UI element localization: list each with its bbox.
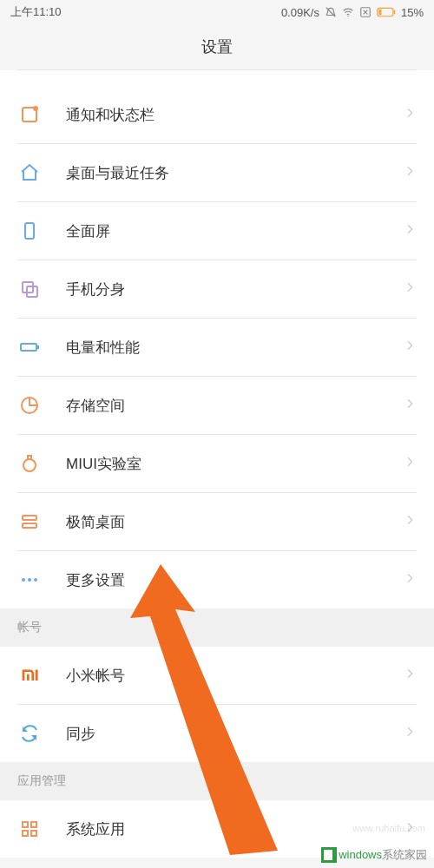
wifi-icon: [342, 6, 354, 18]
duplicate-icon: [17, 277, 42, 301]
row-storage[interactable]: 存储空间: [0, 377, 434, 434]
row-label: 电量和性能: [66, 338, 403, 358]
row-miui-lab[interactable]: MIUI实验室: [0, 435, 434, 492]
svg-rect-22: [23, 831, 28, 836]
row-more-settings[interactable]: 更多设置: [0, 551, 434, 608]
svg-point-13: [23, 459, 36, 471]
mute-icon: [325, 6, 337, 18]
chevron-right-icon: [403, 397, 417, 414]
chevron-right-icon: [403, 455, 417, 472]
row-notification-statusbar[interactable]: 通知和状态栏: [0, 86, 434, 143]
sync-icon: [17, 721, 42, 746]
battery-icon: [377, 6, 396, 18]
row-battery-performance[interactable]: 电量和性能: [0, 319, 434, 376]
status-time: 上午11:10: [10, 4, 62, 20]
row-label: 手机分身: [66, 279, 403, 299]
svg-rect-3: [378, 10, 381, 15]
row-fullscreen[interactable]: 全面屏: [0, 202, 434, 260]
svg-point-6: [33, 106, 38, 111]
status-speed: 0.09K/s: [281, 6, 319, 19]
chevron-right-icon: [403, 280, 417, 298]
svg-rect-20: [23, 822, 28, 827]
svg-rect-14: [28, 456, 31, 459]
chevron-right-icon: [403, 725, 417, 742]
row-label: 全面屏: [66, 221, 403, 241]
row-label: 存储空间: [66, 396, 403, 416]
svg-rect-23: [31, 831, 36, 836]
row-label: 通知和状态栏: [66, 105, 403, 125]
chevron-right-icon: [403, 513, 417, 530]
storage-icon: [17, 393, 42, 418]
section-header-account: 帐号: [0, 608, 434, 647]
status-bar: 上午11:10 0.09K/s 15%: [0, 0, 434, 24]
fullscreen-icon: [17, 219, 42, 243]
chevron-right-icon: [403, 106, 417, 123]
row-label: 更多设置: [66, 570, 403, 590]
page-title-bar: 设置: [0, 24, 434, 69]
row-home-recent[interactable]: 桌面与最近任务: [0, 144, 434, 201]
svg-point-18: [28, 578, 31, 582]
section-header-label: 应用管理: [17, 773, 66, 789]
watermark-box-icon: [321, 847, 337, 863]
watermark-logo: windows系统家园: [321, 847, 427, 863]
home-icon: [17, 161, 42, 185]
chevron-right-icon: [403, 164, 417, 181]
svg-point-17: [22, 578, 25, 582]
status-right: 0.09K/s 15%: [281, 6, 424, 19]
watermark-url: www.ruhaifu.com: [352, 823, 425, 833]
close-box-icon: [359, 6, 372, 18]
svg-point-19: [34, 578, 37, 582]
apps-grid-icon: [17, 817, 42, 841]
settings-list: 通知和状态栏 桌面与最近任务 全面屏 手机分身 电量和性能: [0, 86, 434, 608]
mi-logo-icon: [17, 663, 42, 687]
notification-icon: [17, 102, 42, 127]
svg-rect-15: [23, 516, 36, 520]
status-battery: 15%: [401, 6, 424, 19]
chevron-right-icon: [403, 339, 417, 356]
row-label: 小米帐号: [66, 666, 403, 686]
chevron-right-icon: [403, 222, 417, 240]
svg-rect-21: [31, 822, 36, 827]
row-mi-account[interactable]: 小米帐号: [0, 647, 434, 704]
more-icon: [17, 568, 42, 592]
svg-rect-16: [23, 523, 36, 528]
chevron-right-icon: [403, 667, 417, 684]
lite-mode-icon: [17, 510, 42, 534]
row-sync[interactable]: 同步: [0, 705, 434, 762]
svg-point-0: [347, 16, 348, 16]
row-label: MIUI实验室: [66, 454, 403, 474]
page-title: 设置: [201, 36, 233, 57]
row-label: 桌面与最近任务: [66, 163, 403, 183]
row-label: 同步: [66, 724, 403, 744]
section-header-label: 帐号: [17, 620, 42, 635]
section-header-appmgmt: 应用管理: [0, 762, 434, 800]
svg-rect-7: [25, 223, 34, 239]
watermark-text: windows系统家园: [339, 847, 427, 863]
row-label: 极简桌面: [66, 512, 403, 532]
svg-rect-11: [37, 345, 39, 349]
chevron-right-icon: [403, 571, 417, 589]
battery-perf-icon: [17, 335, 42, 359]
svg-rect-10: [21, 344, 36, 351]
row-lite-mode[interactable]: 极简桌面: [0, 493, 434, 550]
lab-icon: [17, 451, 42, 476]
account-list: 小米帐号 同步: [0, 647, 434, 762]
row-second-space[interactable]: 手机分身: [0, 260, 434, 318]
svg-rect-4: [394, 10, 396, 15]
